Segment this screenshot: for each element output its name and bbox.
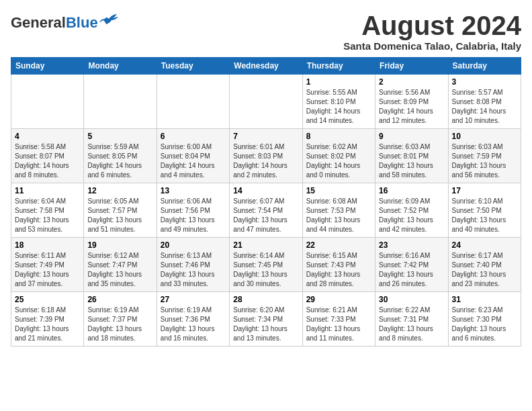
day-number: 10 <box>452 132 517 141</box>
calendar-table: SundayMondayTuesdayWednesdayThursdayFrid… <box>11 57 521 347</box>
day-info: Sunrise: 6:19 AM Sunset: 7:37 PM Dayligh… <box>87 306 152 343</box>
calendar-cell: 5Sunrise: 5:59 AM Sunset: 8:05 PM Daylig… <box>84 129 157 183</box>
day-number: 24 <box>452 240 517 250</box>
day-number: 9 <box>379 132 444 141</box>
day-info: Sunrise: 6:20 AM Sunset: 7:34 PM Dayligh… <box>233 306 298 343</box>
calendar-cell: 30Sunrise: 6:22 AM Sunset: 7:31 PM Dayli… <box>375 292 448 347</box>
calendar-week-row: 25Sunrise: 6:18 AM Sunset: 7:39 PM Dayli… <box>11 292 521 347</box>
calendar-week-row: 18Sunrise: 6:11 AM Sunset: 7:49 PM Dayli… <box>11 238 521 292</box>
calendar-cell: 28Sunrise: 6:20 AM Sunset: 7:34 PM Dayli… <box>230 292 302 347</box>
calendar-body: 1Sunrise: 5:55 AM Sunset: 8:10 PM Daylig… <box>11 75 521 347</box>
day-info: Sunrise: 6:06 AM Sunset: 7:56 PM Dayligh… <box>161 197 226 234</box>
calendar-cell <box>230 75 302 129</box>
calendar-cell: 19Sunrise: 6:12 AM Sunset: 7:47 PM Dayli… <box>84 238 157 292</box>
day-number: 23 <box>379 240 444 250</box>
day-info: Sunrise: 6:19 AM Sunset: 7:36 PM Dayligh… <box>161 306 226 343</box>
day-number: 28 <box>233 295 298 304</box>
calendar-cell <box>84 75 157 129</box>
day-info: Sunrise: 6:01 AM Sunset: 8:03 PM Dayligh… <box>233 142 298 180</box>
day-info: Sunrise: 6:21 AM Sunset: 7:33 PM Dayligh… <box>306 306 371 343</box>
day-number: 22 <box>306 240 371 250</box>
calendar-cell: 1Sunrise: 5:55 AM Sunset: 8:10 PM Daylig… <box>302 75 375 129</box>
calendar-cell: 16Sunrise: 6:09 AM Sunset: 7:52 PM Dayli… <box>375 183 448 238</box>
day-number: 6 <box>161 132 226 141</box>
calendar-week-row: 11Sunrise: 6:04 AM Sunset: 7:58 PM Dayli… <box>11 183 521 238</box>
calendar-cell: 3Sunrise: 5:57 AM Sunset: 8:08 PM Daylig… <box>448 75 521 129</box>
calendar-cell: 29Sunrise: 6:21 AM Sunset: 7:33 PM Dayli… <box>302 292 375 347</box>
calendar-cell: 2Sunrise: 5:56 AM Sunset: 8:09 PM Daylig… <box>375 75 448 129</box>
day-info: Sunrise: 6:10 AM Sunset: 7:50 PM Dayligh… <box>452 197 517 234</box>
day-info: Sunrise: 6:00 AM Sunset: 8:04 PM Dayligh… <box>161 142 226 180</box>
calendar-cell: 7Sunrise: 6:01 AM Sunset: 8:03 PM Daylig… <box>230 129 302 183</box>
day-info: Sunrise: 6:12 AM Sunset: 7:47 PM Dayligh… <box>87 251 152 289</box>
calendar-cell: 20Sunrise: 6:13 AM Sunset: 7:46 PM Dayli… <box>157 238 229 292</box>
day-number: 15 <box>306 186 371 195</box>
day-number: 31 <box>452 295 517 304</box>
logo-bird-icon <box>99 13 118 27</box>
day-info: Sunrise: 5:56 AM Sunset: 8:09 PM Dayligh… <box>379 88 444 126</box>
weekday-header: Saturday <box>448 58 521 75</box>
calendar-cell: 11Sunrise: 6:04 AM Sunset: 7:58 PM Dayli… <box>11 183 84 238</box>
day-number: 3 <box>452 77 517 87</box>
day-number: 18 <box>15 240 80 250</box>
calendar-cell: 17Sunrise: 6:10 AM Sunset: 7:50 PM Dayli… <box>448 183 521 238</box>
day-info: Sunrise: 6:07 AM Sunset: 7:54 PM Dayligh… <box>233 197 298 234</box>
day-number: 8 <box>306 132 371 141</box>
day-number: 2 <box>379 77 444 87</box>
day-info: Sunrise: 5:57 AM Sunset: 8:08 PM Dayligh… <box>452 88 517 126</box>
day-number: 14 <box>233 186 298 195</box>
calendar-cell: 26Sunrise: 6:19 AM Sunset: 7:37 PM Dayli… <box>84 292 157 347</box>
calendar-cell: 9Sunrise: 6:03 AM Sunset: 8:01 PM Daylig… <box>375 129 448 183</box>
day-number: 20 <box>161 240 226 250</box>
day-info: Sunrise: 6:15 AM Sunset: 7:43 PM Dayligh… <box>306 251 371 289</box>
day-info: Sunrise: 6:14 AM Sunset: 7:45 PM Dayligh… <box>233 251 298 289</box>
calendar-cell: 8Sunrise: 6:02 AM Sunset: 8:02 PM Daylig… <box>302 129 375 183</box>
calendar-cell: 13Sunrise: 6:06 AM Sunset: 7:56 PM Dayli… <box>157 183 229 238</box>
day-number: 29 <box>306 295 371 304</box>
calendar-week-row: 4Sunrise: 5:58 AM Sunset: 8:07 PM Daylig… <box>11 129 521 183</box>
weekday-header: Friday <box>375 58 448 75</box>
logo: GeneralBlue <box>11 13 118 32</box>
weekday-header: Monday <box>84 58 157 75</box>
title-block: August 2024 Santa Domenica Talao, Calabr… <box>343 11 521 52</box>
calendar-cell: 22Sunrise: 6:15 AM Sunset: 7:43 PM Dayli… <box>302 238 375 292</box>
calendar-cell <box>157 75 229 129</box>
day-number: 16 <box>379 186 444 195</box>
calendar-cell: 14Sunrise: 6:07 AM Sunset: 7:54 PM Dayli… <box>230 183 302 238</box>
day-info: Sunrise: 6:04 AM Sunset: 7:58 PM Dayligh… <box>15 197 80 234</box>
logo-text: GeneralBlue <box>11 15 98 30</box>
calendar-cell: 18Sunrise: 6:11 AM Sunset: 7:49 PM Dayli… <box>11 238 84 292</box>
calendar-cell: 31Sunrise: 6:23 AM Sunset: 7:30 PM Dayli… <box>448 292 521 347</box>
weekday-row: SundayMondayTuesdayWednesdayThursdayFrid… <box>11 58 521 75</box>
day-info: Sunrise: 6:13 AM Sunset: 7:46 PM Dayligh… <box>161 251 226 289</box>
calendar-week-row: 1Sunrise: 5:55 AM Sunset: 8:10 PM Daylig… <box>11 75 521 129</box>
day-info: Sunrise: 5:55 AM Sunset: 8:10 PM Dayligh… <box>306 88 371 126</box>
calendar-cell: 6Sunrise: 6:00 AM Sunset: 8:04 PM Daylig… <box>157 129 229 183</box>
day-info: Sunrise: 6:09 AM Sunset: 7:52 PM Dayligh… <box>379 197 444 234</box>
day-info: Sunrise: 6:03 AM Sunset: 8:01 PM Dayligh… <box>379 142 444 180</box>
calendar-header: SundayMondayTuesdayWednesdayThursdayFrid… <box>11 58 521 75</box>
day-number: 7 <box>233 132 298 141</box>
page-header: GeneralBlue August 2024 Santa Domenica T… <box>11 11 521 52</box>
day-info: Sunrise: 5:58 AM Sunset: 8:07 PM Dayligh… <box>15 142 80 180</box>
calendar-cell <box>11 75 84 129</box>
calendar-cell: 10Sunrise: 6:03 AM Sunset: 7:59 PM Dayli… <box>448 129 521 183</box>
day-info: Sunrise: 6:02 AM Sunset: 8:02 PM Dayligh… <box>306 142 371 180</box>
location: Santa Domenica Talao, Calabria, Italy <box>343 40 521 52</box>
day-number: 4 <box>15 132 80 141</box>
day-number: 5 <box>87 132 152 141</box>
day-info: Sunrise: 5:59 AM Sunset: 8:05 PM Dayligh… <box>87 142 152 180</box>
day-info: Sunrise: 6:03 AM Sunset: 7:59 PM Dayligh… <box>452 142 517 180</box>
day-number: 27 <box>161 295 226 304</box>
day-info: Sunrise: 6:22 AM Sunset: 7:31 PM Dayligh… <box>379 306 444 343</box>
day-number: 11 <box>15 186 80 195</box>
day-number: 30 <box>379 295 444 304</box>
calendar-cell: 15Sunrise: 6:08 AM Sunset: 7:53 PM Dayli… <box>302 183 375 238</box>
day-info: Sunrise: 6:11 AM Sunset: 7:49 PM Dayligh… <box>15 251 80 289</box>
day-info: Sunrise: 6:08 AM Sunset: 7:53 PM Dayligh… <box>306 197 371 234</box>
calendar-cell: 12Sunrise: 6:05 AM Sunset: 7:57 PM Dayli… <box>84 183 157 238</box>
weekday-header: Wednesday <box>230 58 302 75</box>
day-number: 12 <box>87 186 152 195</box>
weekday-header: Tuesday <box>157 58 229 75</box>
day-number: 25 <box>15 295 80 304</box>
